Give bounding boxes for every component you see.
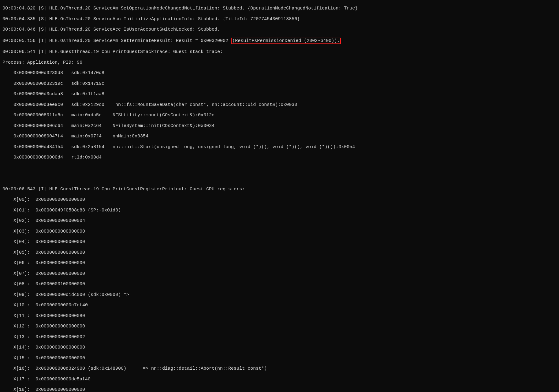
register-line: X[04]: 0x0000000000000000 xyxy=(2,239,557,245)
stack-frame: 0x000000000d3ee9c0 sdk:0x2129c0 nn::fs::… xyxy=(2,102,557,107)
console-output[interactable]: 00:00:04.820 |S| HLE.OsThread.20 Service… xyxy=(0,0,559,392)
register-line: X[09]: 0x000000000d1dc000 (sdk:0x0000) =… xyxy=(2,292,557,297)
log-line: 00:00:04.835 |S| HLE.OsThread.20 Service… xyxy=(2,17,557,22)
blank-line xyxy=(2,166,557,171)
register-line: X[17]: 0x00000000000de5af40 xyxy=(2,377,557,382)
register-line: X[18]: 0x0000000000000000 xyxy=(2,387,557,392)
register-line: X[00]: 0x0000000000000000 xyxy=(2,197,557,202)
log-line-error-result: 00:00:05.156 |I| HLE.OsThread.20 Service… xyxy=(2,38,557,44)
stack-frame: 0x000000000d3230d8 sdk:0x1470d8 xyxy=(2,70,557,76)
register-line: X[02]: 0x0000000000000004 xyxy=(2,218,557,223)
register-line: X[08]: 0x0000000100000000 xyxy=(2,282,557,287)
log-line: 00:00:06.543 |I| HLE.GuestThread.19 Cpu … xyxy=(2,187,557,192)
log-line: 00:00:04.820 |S| HLE.OsThread.20 Service… xyxy=(2,6,557,11)
register-line: X[13]: 0x0000000000000002 xyxy=(2,334,557,340)
stack-frame: 0x00000000080000d4 rtld:0x00d4 xyxy=(2,155,557,160)
register-line: X[11]: 0x0000000000000080 xyxy=(2,313,557,319)
register-line: X[15]: 0x0000000000000000 xyxy=(2,356,557,361)
stack-frame: 0x000000000d3cdaa8 sdk:0x1f1aa8 xyxy=(2,91,557,97)
register-line: X[03]: 0x0000000000000000 xyxy=(2,229,557,234)
register-line: X[06]: 0x0000000000000000 xyxy=(2,260,557,266)
register-line: X[10]: 0x00000000000c7ef40 xyxy=(2,303,557,308)
stack-frame: 0x000000000d484154 sdk:0x2a8154 nn::init… xyxy=(2,144,557,150)
register-line: X[05]: 0x0000000000000000 xyxy=(2,250,557,255)
log-line: Process: Application, PID: 96 xyxy=(2,60,557,65)
register-line: X[14]: 0x0000000000000000 xyxy=(2,345,557,350)
register-line: X[01]: 0x00000049f0508e88 (SP:-0x01d8) xyxy=(2,208,557,213)
stack-frame: 0x0000000008006c64 main:0x2c64 NFileSyst… xyxy=(2,123,557,129)
register-line: X[07]: 0x0000000000000000 xyxy=(2,271,557,276)
register-line: X[12]: 0x0000000000000000 xyxy=(2,324,557,329)
log-line: 00:00:04.846 |S| HLE.OsThread.20 Service… xyxy=(2,27,557,32)
log-line: 00:00:06.541 |I| HLE.GuestThread.19 Cpu … xyxy=(2,49,557,54)
stack-frame: 0x0000000008011a5c main:0xda5c NFSUtilit… xyxy=(2,113,557,118)
blank-line xyxy=(2,176,557,181)
register-line: X[16]: 0x000000000d324900 (sdk:0x148900)… xyxy=(2,366,557,371)
stack-frame: 0x000000000d32319c sdk:0x14719c xyxy=(2,81,557,86)
stack-frame: 0x00000000080047f4 main:0x07f4 nnMain:0x… xyxy=(2,134,557,139)
error-highlight-box: (ResultFsPermissionDenied (2002-6400)). xyxy=(231,38,341,44)
